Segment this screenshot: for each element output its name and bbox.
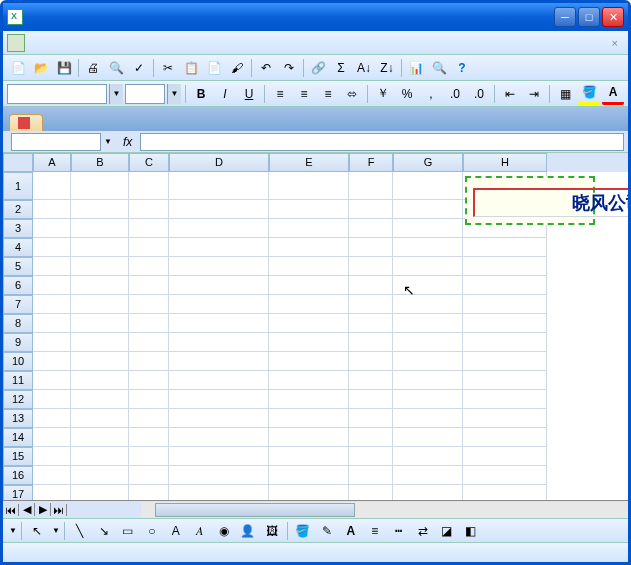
cell[interactable] xyxy=(71,257,129,276)
cell[interactable] xyxy=(33,409,71,428)
font-size-drop[interactable]: ▼ xyxy=(167,84,181,104)
comma-button[interactable]: , xyxy=(420,83,442,105)
indent-dec-button[interactable]: ⇤ xyxy=(499,83,521,105)
col-header-E[interactable]: E xyxy=(269,153,349,172)
row-header[interactable]: 1 xyxy=(3,172,33,200)
cell[interactable] xyxy=(393,409,463,428)
cell[interactable] xyxy=(269,428,349,447)
cell[interactable] xyxy=(169,352,269,371)
dash-style-button[interactable]: ┅ xyxy=(388,520,410,542)
open-button[interactable]: 📂 xyxy=(30,57,52,79)
row-header[interactable]: 11 xyxy=(3,371,33,390)
cell[interactable] xyxy=(349,219,393,238)
save-button[interactable]: 💾 xyxy=(53,57,75,79)
formula-bar[interactable] xyxy=(140,133,624,151)
cell[interactable] xyxy=(349,200,393,219)
row-header[interactable]: 16 xyxy=(3,466,33,485)
cell[interactable] xyxy=(269,390,349,409)
rect-button[interactable]: ▭ xyxy=(117,520,139,542)
indent-inc-button[interactable]: ⇥ xyxy=(523,83,545,105)
cell[interactable] xyxy=(33,257,71,276)
cell[interactable] xyxy=(71,428,129,447)
hscroll-thumb[interactable] xyxy=(155,503,355,517)
cell[interactable] xyxy=(349,371,393,390)
cell[interactable] xyxy=(129,238,169,257)
cell[interactable] xyxy=(463,333,547,352)
cell[interactable] xyxy=(33,172,71,200)
cell[interactable] xyxy=(169,295,269,314)
row-header[interactable]: 3 xyxy=(3,219,33,238)
cell[interactable] xyxy=(71,390,129,409)
cell[interactable] xyxy=(463,485,547,500)
cell[interactable] xyxy=(33,200,71,219)
cell[interactable] xyxy=(269,172,349,200)
cell[interactable] xyxy=(71,238,129,257)
cell[interactable] xyxy=(349,333,393,352)
cell[interactable] xyxy=(393,352,463,371)
cell[interactable] xyxy=(269,276,349,295)
merge-button[interactable]: ⬄ xyxy=(341,83,363,105)
cell[interactable] xyxy=(169,238,269,257)
cell[interactable] xyxy=(463,295,547,314)
row-header[interactable]: 15 xyxy=(3,447,33,466)
cell[interactable] xyxy=(33,352,71,371)
cell[interactable] xyxy=(269,200,349,219)
workbook-tab[interactable] xyxy=(9,114,43,131)
cell[interactable] xyxy=(129,371,169,390)
cell[interactable] xyxy=(169,219,269,238)
cell[interactable] xyxy=(269,371,349,390)
cell[interactable] xyxy=(169,333,269,352)
cell[interactable] xyxy=(269,219,349,238)
cell[interactable] xyxy=(393,428,463,447)
cell[interactable] xyxy=(463,371,547,390)
cell[interactable] xyxy=(169,371,269,390)
cell[interactable] xyxy=(33,276,71,295)
cell[interactable] xyxy=(393,257,463,276)
col-header-C[interactable]: C xyxy=(129,153,169,172)
cell[interactable] xyxy=(349,428,393,447)
cell[interactable] xyxy=(169,276,269,295)
cell[interactable] xyxy=(463,238,547,257)
cell[interactable] xyxy=(349,466,393,485)
cell[interactable] xyxy=(269,466,349,485)
cell[interactable] xyxy=(393,333,463,352)
cell[interactable] xyxy=(129,333,169,352)
cell[interactable] xyxy=(129,485,169,500)
cell[interactable] xyxy=(169,409,269,428)
cell[interactable] xyxy=(71,485,129,500)
cell[interactable] xyxy=(33,428,71,447)
shadow-button[interactable]: ◪ xyxy=(436,520,458,542)
font-size-combo[interactable] xyxy=(125,84,165,104)
cell[interactable] xyxy=(269,314,349,333)
cell[interactable] xyxy=(33,371,71,390)
preview-button[interactable]: 🔍 xyxy=(105,57,127,79)
font-name-combo[interactable] xyxy=(7,84,107,104)
cell[interactable] xyxy=(169,428,269,447)
line-style-button[interactable]: ≡ xyxy=(364,520,386,542)
cell[interactable] xyxy=(129,219,169,238)
cell[interactable] xyxy=(269,295,349,314)
help-search[interactable]: × xyxy=(606,37,624,49)
chart-button[interactable]: 📊 xyxy=(405,57,427,79)
cell[interactable] xyxy=(129,172,169,200)
cell[interactable] xyxy=(349,485,393,500)
row-header[interactable]: 12 xyxy=(3,390,33,409)
col-header-D[interactable]: D xyxy=(169,153,269,172)
cell[interactable] xyxy=(269,447,349,466)
3d-button[interactable]: ◧ xyxy=(460,520,482,542)
cell[interactable] xyxy=(71,352,129,371)
copy-button[interactable]: 📋 xyxy=(180,57,202,79)
italic-button[interactable]: I xyxy=(214,83,236,105)
sort-asc-button[interactable]: A↓ xyxy=(353,57,375,79)
cell[interactable] xyxy=(349,447,393,466)
hscrollbar[interactable] xyxy=(141,502,628,518)
app-icon[interactable] xyxy=(7,34,25,52)
cell[interactable] xyxy=(463,428,547,447)
fill-color-button[interactable]: 🪣 xyxy=(578,83,600,105)
maximize-button[interactable]: □ xyxy=(578,7,600,27)
cell[interactable] xyxy=(33,295,71,314)
undo-button[interactable]: ↶ xyxy=(255,57,277,79)
col-header-A[interactable]: A xyxy=(33,153,71,172)
cell[interactable] xyxy=(71,333,129,352)
oval-button[interactable]: ○ xyxy=(141,520,163,542)
